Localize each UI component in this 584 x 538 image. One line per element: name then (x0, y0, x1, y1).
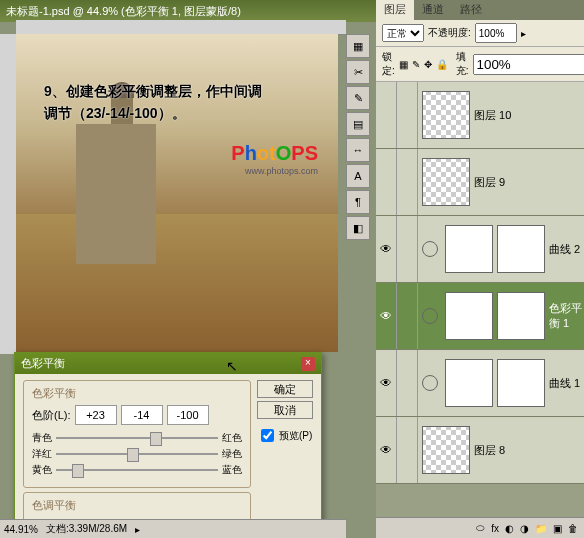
levels-row: 色阶(L): (32, 405, 242, 425)
adjustment-icon[interactable]: ◑ (520, 523, 529, 534)
photops-logo: PhotOPS (231, 142, 318, 165)
adjustment-layer-icon (422, 308, 438, 324)
layer-thumbnail[interactable] (445, 292, 493, 340)
preview-checkbox[interactable]: 预览(P) (257, 426, 313, 445)
layer-row[interactable]: 👁曲线 2 (376, 216, 584, 283)
layer-row[interactable]: 👁色彩平衡 1 (376, 283, 584, 350)
fx-icon[interactable]: fx (491, 523, 499, 534)
color-balance-dialog: 色彩平衡 × 色彩平衡 色阶(L): 青色红色洋红绿色黄色蓝色 色调平衡 阴影(… (14, 352, 322, 538)
fill-input[interactable] (473, 54, 584, 75)
cancel-button[interactable]: 取消 (257, 401, 313, 419)
opacity-input[interactable] (475, 23, 517, 43)
slider-left-label: 黄色 (32, 463, 52, 477)
layers-list: 图层 10图层 9👁曲线 2👁色彩平衡 1👁曲线 1👁图层 8 (376, 82, 584, 517)
lock-trans-icon[interactable]: ▦ (399, 59, 408, 70)
tab-layers[interactable]: 图层 (376, 0, 414, 20)
side-toolbar: ▦ ✂ ✎ ▤ ↔ A ¶ ◧ (346, 34, 368, 240)
slider-left-label: 青色 (32, 431, 52, 445)
slider-thumb[interactable] (150, 432, 162, 446)
dialog-titlebar[interactable]: 色彩平衡 × (15, 353, 321, 374)
doc-size: 文档:3.39M/28.6M (46, 522, 127, 536)
layer-thumbnail[interactable] (422, 426, 470, 474)
folder-icon[interactable]: 📁 (535, 523, 547, 534)
layer-row[interactable]: 图层 10 (376, 82, 584, 149)
color-balance-group: 色彩平衡 色阶(L): 青色红色洋红绿色黄色蓝色 (23, 380, 251, 488)
layer-thumbnail[interactable] (422, 158, 470, 206)
layer-mask-thumbnail[interactable] (497, 225, 545, 273)
slider-right-label: 蓝色 (222, 463, 242, 477)
level-input-3[interactable] (167, 405, 209, 425)
layer-row[interactable]: 图层 9 (376, 149, 584, 216)
ruler-horizontal[interactable] (16, 20, 346, 35)
ruler-vertical[interactable] (0, 34, 17, 354)
tool-icon[interactable]: ◧ (346, 216, 370, 240)
canvas-area[interactable]: 9、创建色彩平衡调整层，作中间调 调节（23/-14/-100）。 PhotOP… (16, 34, 338, 352)
visibility-toggle[interactable]: 👁 (376, 242, 396, 256)
blend-mode-select[interactable]: 正常 (382, 24, 424, 42)
link-icon[interactable]: ⬭ (476, 522, 485, 534)
layer-row[interactable]: 👁曲线 1 (376, 350, 584, 417)
close-icon[interactable]: × (301, 357, 315, 371)
tool-icon[interactable]: ¶ (346, 190, 370, 214)
layer-mask-thumbnail[interactable] (497, 359, 545, 407)
chevron-right-icon[interactable]: ▸ (135, 524, 140, 535)
level-label: 色阶(L): (32, 408, 71, 423)
layer-thumbnail[interactable] (445, 225, 493, 273)
panel-footer: ⬭ fx ◐ ◑ 📁 ▣ 🗑 (376, 517, 584, 538)
slider-track[interactable] (56, 453, 218, 455)
link-column[interactable] (396, 350, 418, 416)
layer-mask-thumbnail[interactable] (497, 292, 545, 340)
new-layer-icon[interactable]: ▣ (553, 523, 562, 534)
layer-name[interactable]: 图层 9 (474, 175, 584, 190)
annotation-text: 9、创建色彩平衡调整层，作中间调 调节（23/-14/-100）。 (44, 80, 262, 125)
lock-all-icon[interactable]: 🔒 (436, 59, 448, 70)
mask-icon[interactable]: ◐ (505, 523, 514, 534)
title-text: 未标题-1.psd @ 44.9% (色彩平衡 1, 图层蒙版/8) (6, 4, 241, 19)
status-bar: 44.91% 文档:3.39M/28.6M ▸ (0, 519, 346, 538)
layer-name[interactable]: 曲线 2 (549, 242, 584, 257)
trash-icon[interactable]: 🗑 (568, 523, 578, 534)
tool-icon[interactable]: ↔ (346, 138, 370, 162)
lock-paint-icon[interactable]: ✎ (412, 59, 420, 70)
panel-tabs: 图层 通道 路径 (376, 0, 584, 20)
layers-panel: 图层 通道 路径 正常 不透明度: ▸ 锁定: ▦ ✎ ✥ 🔒 填充: ▸ 图层… (376, 0, 584, 538)
layer-thumbnail[interactable] (445, 359, 493, 407)
layer-thumbnail[interactable] (422, 91, 470, 139)
slider-track[interactable] (56, 469, 218, 471)
link-column[interactable] (396, 417, 418, 483)
ok-button[interactable]: 确定 (257, 380, 313, 398)
tab-channels[interactable]: 通道 (414, 0, 452, 20)
layer-name[interactable]: 曲线 1 (549, 376, 584, 391)
tool-icon[interactable]: ✂ (346, 60, 370, 84)
visibility-toggle[interactable]: 👁 (376, 309, 396, 323)
slider-thumb[interactable] (127, 448, 139, 462)
castle-body (76, 124, 156, 264)
blend-row: 正常 不透明度: ▸ (376, 20, 584, 47)
chevron-right-icon[interactable]: ▸ (521, 28, 526, 39)
tool-icon[interactable]: ▤ (346, 112, 370, 136)
visibility-toggle[interactable]: 👁 (376, 443, 396, 457)
slider-thumb[interactable] (72, 464, 84, 478)
layer-name[interactable]: 图层 10 (474, 108, 584, 123)
link-column[interactable] (396, 149, 418, 215)
link-column[interactable] (396, 82, 418, 148)
cursor-icon: ↖ (226, 358, 238, 374)
slider-right-label: 绿色 (222, 447, 242, 461)
lock-move-icon[interactable]: ✥ (424, 59, 432, 70)
link-column[interactable] (396, 283, 418, 349)
level-input-2[interactable] (121, 405, 163, 425)
link-column[interactable] (396, 216, 418, 282)
layer-row[interactable]: 👁图层 8 (376, 417, 584, 484)
visibility-toggle[interactable]: 👁 (376, 376, 396, 390)
layer-name[interactable]: 图层 8 (474, 443, 584, 458)
slider-track[interactable] (56, 437, 218, 439)
fill-label: 填充: (456, 50, 469, 78)
tool-icon[interactable]: ✎ (346, 86, 370, 110)
nav-tool-icon[interactable]: ▦ (346, 34, 370, 58)
zoom-level[interactable]: 44.91% (4, 524, 38, 535)
type-tool-icon[interactable]: A (346, 164, 370, 188)
layer-name[interactable]: 色彩平衡 1 (549, 301, 584, 331)
level-input-1[interactable] (75, 405, 117, 425)
tab-paths[interactable]: 路径 (452, 0, 490, 20)
adjustment-layer-icon (422, 375, 438, 391)
